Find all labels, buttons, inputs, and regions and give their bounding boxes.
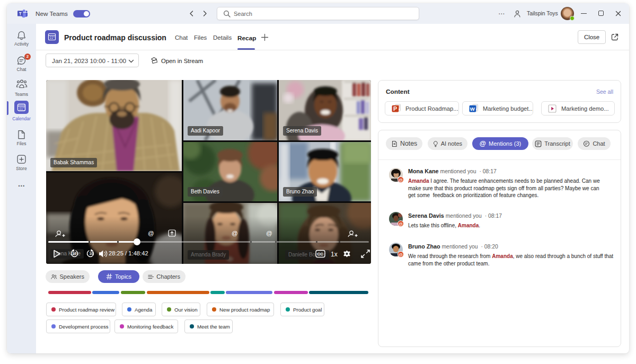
svg-text:CC: CC bbox=[317, 252, 323, 256]
svg-text:@: @ bbox=[232, 230, 238, 236]
svg-text:10: 10 bbox=[73, 252, 77, 255]
svg-text:@: @ bbox=[266, 230, 272, 236]
svg-text:@: @ bbox=[148, 230, 154, 236]
svg-text:P: P bbox=[393, 105, 397, 112]
svg-text:1x: 1x bbox=[331, 251, 338, 258]
svg-text:10: 10 bbox=[90, 252, 94, 255]
svg-text:W: W bbox=[470, 106, 475, 112]
